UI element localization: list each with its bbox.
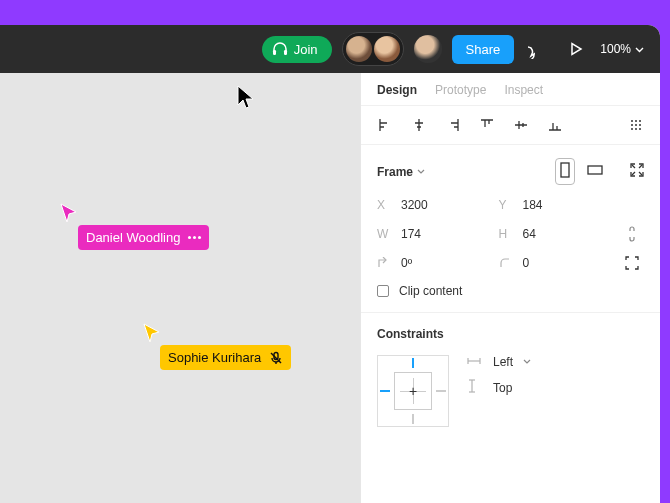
- share-button-label: Share: [466, 42, 501, 57]
- resize-to-fit-icon[interactable]: [630, 163, 644, 180]
- orientation-portrait[interactable]: [556, 159, 574, 184]
- svg-point-10: [635, 128, 637, 130]
- zoom-label: 100%: [600, 42, 631, 56]
- tab-prototype[interactable]: Prototype: [435, 83, 486, 97]
- align-vcenter-icon[interactable]: [513, 118, 529, 132]
- svg-rect-13: [588, 166, 602, 174]
- svg-point-7: [635, 124, 637, 126]
- present-icon[interactable]: [562, 35, 590, 63]
- panel-tabs: Design Prototype Inspect: [361, 73, 660, 106]
- checkbox-icon: [377, 285, 389, 297]
- plus-icon: +: [409, 383, 417, 399]
- avatar: [374, 36, 400, 62]
- svg-rect-12: [561, 163, 569, 177]
- collaborator-label[interactable]: Sophie Kurihara: [160, 345, 291, 370]
- tab-inspect[interactable]: Inspect: [504, 83, 543, 97]
- svg-point-11: [639, 128, 641, 130]
- alignment-row: [361, 106, 660, 145]
- constrain-proportions-icon[interactable]: [620, 226, 644, 242]
- x-field[interactable]: X3200: [377, 198, 499, 212]
- y-field[interactable]: Y184: [499, 198, 621, 212]
- app-window: Join Share 100%: [0, 25, 660, 503]
- zoom-dropdown[interactable]: 100%: [600, 42, 644, 56]
- height-field[interactable]: H64: [499, 227, 621, 241]
- collaborator-name: Sophie Kurihara: [168, 350, 261, 365]
- mic-muted-icon: [269, 351, 283, 365]
- corner-radius-field[interactable]: 0: [499, 256, 621, 270]
- avatar: [346, 36, 372, 62]
- width-field[interactable]: W174: [377, 227, 499, 241]
- align-right-icon[interactable]: [445, 118, 461, 132]
- collaborator-cursor: [143, 323, 161, 347]
- rotation-field[interactable]: 0º: [377, 256, 499, 270]
- svg-rect-0: [273, 50, 276, 55]
- vertical-constraint-select[interactable]: Top: [467, 379, 531, 396]
- constraints-diagram[interactable]: +: [377, 355, 449, 427]
- frame-section: Frame: [361, 145, 660, 313]
- align-hcenter-icon[interactable]: [411, 118, 427, 132]
- horizontal-constraint-select[interactable]: Left: [467, 355, 531, 369]
- headset-icon: [272, 42, 288, 56]
- avatar-group[interactable]: [342, 32, 404, 66]
- toolbar: Join Share 100%: [0, 25, 660, 73]
- independent-corners-icon[interactable]: [620, 256, 644, 270]
- horizontal-icon: [467, 355, 483, 369]
- collaborator-label[interactable]: Daniel Woodling: [78, 225, 209, 250]
- join-audio-button[interactable]: Join: [262, 36, 332, 63]
- collaborator-cursor: [60, 203, 78, 227]
- tab-design[interactable]: Design: [377, 83, 417, 97]
- section-title: Constraints: [377, 327, 644, 341]
- frame-dropdown[interactable]: Frame: [377, 165, 425, 179]
- tidy-icon[interactable]: [628, 118, 644, 132]
- svg-point-4: [635, 120, 637, 122]
- collaborator-name: Daniel Woodling: [86, 230, 180, 245]
- join-button-label: Join: [294, 42, 318, 57]
- svg-rect-1: [284, 50, 287, 55]
- properties-panel: Design Prototype Inspect Frame: [360, 73, 660, 503]
- align-top-icon[interactable]: [479, 118, 495, 132]
- align-bottom-icon[interactable]: [547, 118, 563, 132]
- clip-content-label: Clip content: [399, 284, 462, 298]
- share-button[interactable]: Share: [452, 35, 515, 64]
- rotation-icon: [377, 257, 391, 269]
- svg-point-3: [631, 120, 633, 122]
- section-title: Frame: [377, 165, 413, 179]
- svg-point-5: [639, 120, 641, 122]
- svg-point-9: [631, 128, 633, 130]
- svg-point-8: [639, 124, 641, 126]
- canvas[interactable]: Daniel Woodling Sophie Kurihara: [0, 73, 360, 503]
- current-user-avatar[interactable]: [414, 35, 442, 63]
- align-left-icon[interactable]: [377, 118, 393, 132]
- comments-icon[interactable]: [524, 35, 552, 63]
- corner-radius-icon: [499, 257, 513, 269]
- more-icon: [188, 236, 201, 239]
- chevron-down-icon: [635, 42, 644, 56]
- vertical-icon: [467, 379, 483, 396]
- svg-point-6: [631, 124, 633, 126]
- constraints-section: Constraints +: [361, 313, 660, 441]
- clip-content-toggle[interactable]: Clip content: [377, 284, 644, 298]
- mouse-cursor: [237, 85, 257, 115]
- orientation-landscape[interactable]: [584, 161, 606, 182]
